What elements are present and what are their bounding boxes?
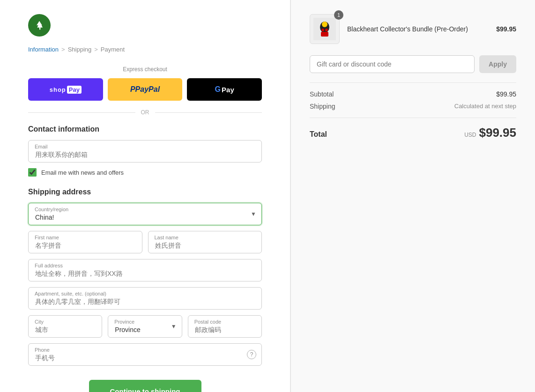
paypal-p-icon: P [130, 85, 135, 94]
item-details: Blackheart Collector's Bundle (Pre-Order… [347, 25, 489, 33]
contact-section-title: Contact information [28, 125, 262, 133]
total-currency: USD [464, 132, 476, 138]
breadcrumb: Information > Shipping > Payment [28, 46, 262, 53]
express-checkout-label: Express checkout [28, 66, 262, 73]
breadcrumb-payment[interactable]: Payment [101, 46, 125, 53]
svg-point-4 [321, 29, 324, 31]
gpay-label: Pay [222, 86, 234, 94]
province-select[interactable]: Province Beijing Shanghai [108, 315, 182, 338]
shoppay-button[interactable]: shop Pay [28, 78, 103, 101]
email-input[interactable] [28, 140, 262, 163]
gpay-button[interactable]: G Pay [187, 78, 262, 101]
postal-group: Postal code [188, 315, 262, 338]
name-row: First name Last name [28, 231, 262, 259]
breadcrumb-information[interactable]: Information [28, 46, 59, 53]
contact-section: Contact information Email Email me with … [28, 125, 262, 177]
country-group: Country/region China! ▼ [28, 203, 262, 225]
or-divider: OR [28, 109, 262, 116]
apt-group: Apartment, suite, etc. (optional) [28, 287, 262, 310]
paypal-button[interactable]: P PayPal [108, 78, 183, 101]
total-row: Total USD $99.95 [310, 118, 516, 140]
breadcrumb-shipping[interactable]: Shipping [68, 46, 92, 53]
phone-group: Phone ? [28, 343, 262, 366]
shoppay-icon: shop [50, 86, 66, 93]
shipping-value: Calculated at next step [454, 103, 516, 110]
firstname-input[interactable] [28, 231, 142, 253]
country-select[interactable]: China! [28, 203, 262, 225]
apply-discount-button[interactable]: Apply [479, 55, 516, 73]
shipping-section-title: Shipping address [28, 188, 262, 196]
postal-input[interactable] [188, 315, 262, 338]
lastname-input[interactable] [148, 231, 262, 253]
express-checkout-section: Express checkout shop Pay P PayPal G Pay… [28, 66, 262, 116]
order-item: 1 Blackheart Collector's Bundle (Pre-Ord… [310, 14, 516, 44]
discount-input[interactable] [310, 55, 475, 73]
shoppay-pay-label: Pay [67, 86, 82, 94]
lastname-group: Last name [148, 231, 262, 253]
city-group: City [28, 315, 102, 338]
divider-1 [310, 82, 516, 83]
address-group: Full address [28, 259, 262, 281]
subtotal-value: $99.95 [496, 90, 516, 98]
breadcrumb-sep1: > [61, 46, 65, 53]
paypal-label: PayPal [135, 85, 160, 94]
tree-icon [33, 19, 46, 32]
g-icon: G [215, 85, 221, 94]
shipping-label: Shipping [310, 103, 335, 110]
firstname-group: First name [28, 231, 142, 253]
express-checkout-buttons: shop Pay P PayPal G Pay [28, 78, 262, 101]
total-amount: $99.95 [479, 126, 516, 140]
city-province-postal-row: City Province Province Beijing Shanghai … [28, 315, 262, 343]
item-image [310, 14, 340, 44]
phone-input[interactable] [28, 343, 262, 366]
store-logo [28, 14, 51, 37]
breadcrumb-sep2: > [94, 46, 98, 53]
item-image-wrapper: 1 [310, 14, 340, 44]
email-group: Email [28, 140, 262, 163]
email-news-row: Email me with news and offers [28, 168, 262, 177]
city-input[interactable] [28, 315, 102, 338]
subtotal-row: Subtotal $99.95 [310, 90, 516, 98]
shipping-row: Shipping Calculated at next step [310, 103, 516, 110]
continue-to-shipping-button[interactable]: Continue to shipping [89, 380, 201, 392]
phone-help-icon[interactable]: ? [247, 350, 256, 359]
item-name: Blackheart Collector's Bundle (Pre-Order… [347, 25, 489, 33]
or-text: OR [141, 109, 149, 116]
email-news-checkbox[interactable] [28, 168, 37, 177]
subtotal-label: Subtotal [310, 90, 334, 98]
address-input[interactable] [28, 259, 262, 281]
product-image-svg [313, 18, 336, 40]
item-count-badge: 1 [334, 10, 343, 20]
order-summary-panel: 1 Blackheart Collector's Bundle (Pre-Ord… [290, 0, 535, 392]
province-group: Province Province Beijing Shanghai ▼ [108, 315, 182, 338]
apt-input[interactable] [28, 287, 262, 310]
shipping-section: Shipping address Country/region China! ▼… [28, 188, 262, 366]
email-news-label: Email me with news and offers [41, 169, 124, 176]
discount-row: Apply [310, 55, 516, 73]
svg-rect-3 [321, 32, 328, 37]
svg-point-2 [322, 22, 327, 27]
svg-point-5 [325, 29, 328, 31]
checkout-left-panel: Information > Shipping > Payment Express… [0, 0, 290, 392]
item-price: $99.95 [496, 25, 516, 33]
total-label: Total [310, 130, 327, 139]
total-amount-wrapper: USD $99.95 [464, 126, 516, 140]
